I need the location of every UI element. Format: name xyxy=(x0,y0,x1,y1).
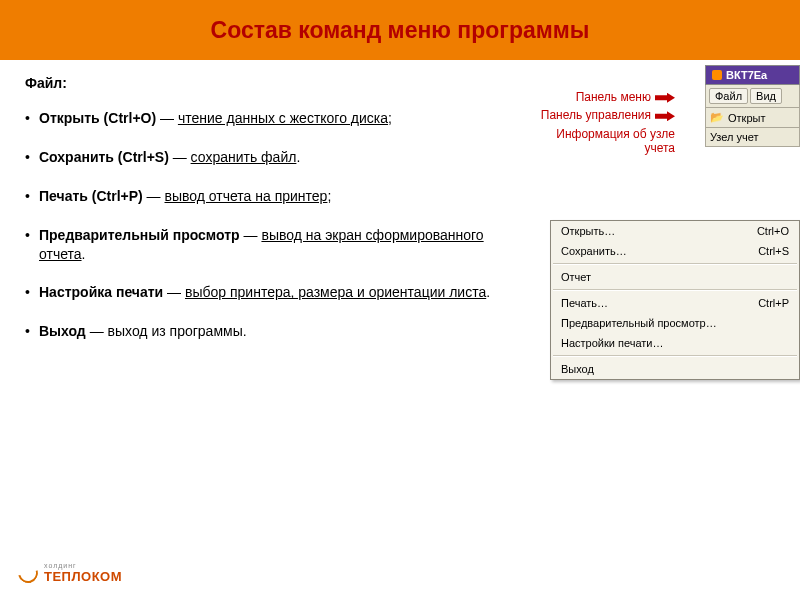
callout-menu-panel: Панель меню xyxy=(535,90,675,104)
item-desc: сохранить файл xyxy=(191,149,297,165)
menu-separator xyxy=(553,355,797,357)
item-desc: выбор принтера, размера и ориентации лис… xyxy=(185,284,486,300)
brand-subtext: холдинг xyxy=(44,562,122,569)
bullet-list: Открыть (Ctrl+O) — чтение данных с жестк… xyxy=(25,109,505,341)
menu-item-open[interactable]: Открыть… Ctrl+O xyxy=(551,221,799,241)
window-titlebar: ВКТ7Еa xyxy=(705,65,800,85)
section-title: Файл: xyxy=(25,75,505,91)
menu-separator xyxy=(553,289,797,291)
menu-item-report[interactable]: Отчет xyxy=(551,267,799,287)
item-name: Печать (Ctrl+P) xyxy=(39,188,143,204)
window-title: ВКТ7Еa xyxy=(726,69,767,81)
brand-swirl-icon xyxy=(14,559,41,586)
item-name: Настройка печати xyxy=(39,284,163,300)
shortcut-label: Ctrl+S xyxy=(758,245,789,257)
item-name: Открыть (Ctrl+O) xyxy=(39,110,156,126)
list-item: Открыть (Ctrl+O) — чтение данных с жестк… xyxy=(25,109,505,128)
menu-view-button[interactable]: Вид xyxy=(750,88,782,104)
menu-item-save[interactable]: Сохранить… Ctrl+S xyxy=(551,241,799,261)
menu-item-exit[interactable]: Выход xyxy=(551,359,799,379)
list-item: Сохранить (Ctrl+S) — сохранить файл. xyxy=(25,148,505,167)
toolbar-open-label: Открыт xyxy=(728,112,765,124)
content-column: Файл: Открыть (Ctrl+O) — чтение данных с… xyxy=(25,75,505,361)
item-desc: выход из программы. xyxy=(108,323,247,339)
arrow-right-icon xyxy=(655,111,675,121)
list-item: Настройка печати — выбор принтера, разме… xyxy=(25,283,505,302)
callout-node-info: Информация об узле учета xyxy=(535,127,675,156)
shortcut-label: Ctrl+P xyxy=(758,297,789,309)
item-name: Выход xyxy=(39,323,86,339)
menu-separator xyxy=(553,263,797,265)
file-dropdown-menu: Открыть… Ctrl+O Сохранить… Ctrl+S Отчет … xyxy=(550,220,800,380)
item-desc: вывод отчета на принтер xyxy=(165,188,328,204)
slide-header: Состав команд меню программы xyxy=(0,0,800,60)
list-item: Предварительный просмотр — вывод на экра… xyxy=(25,226,505,264)
menu-file-button[interactable]: Файл xyxy=(709,88,748,104)
item-name: Сохранить (Ctrl+S) xyxy=(39,149,169,165)
brand-name: ТЕПЛОКОМ xyxy=(44,569,122,584)
callout-labels: Панель меню Панель управления Информация… xyxy=(535,90,675,160)
callout-control-panel: Панель управления xyxy=(535,108,675,122)
footer-brand: холдинг ТЕПЛОКОМ xyxy=(18,562,122,584)
folder-open-icon[interactable]: 📂 xyxy=(710,111,724,124)
toolbar-node-label: Узел учет xyxy=(710,131,759,143)
toolbar-row: 📂 Открыт xyxy=(705,108,800,128)
menu-item-print[interactable]: Печать… Ctrl+P xyxy=(551,293,799,313)
menu-item-print-setup[interactable]: Настройки печати… xyxy=(551,333,799,353)
screenshot-panel: Панель меню Панель управления Информация… xyxy=(535,65,800,370)
list-item: Печать (Ctrl+P) — вывод отчета на принте… xyxy=(25,187,505,206)
list-item: Выход — выход из программы. xyxy=(25,322,505,341)
arrow-right-icon xyxy=(655,93,675,103)
item-desc: чтение данных с жесткого диска xyxy=(178,110,388,126)
menu-bar: Файл Вид xyxy=(705,85,800,108)
toolbar-row: Узел учет xyxy=(705,128,800,147)
item-name: Предварительный просмотр xyxy=(39,227,240,243)
app-logo-icon xyxy=(712,70,722,80)
slide-title: Состав команд меню программы xyxy=(211,17,590,44)
app-window: ВКТ7Еa Файл Вид 📂 Открыт Узел учет xyxy=(705,65,800,147)
shortcut-label: Ctrl+O xyxy=(757,225,789,237)
menu-item-preview[interactable]: Предварительный просмотр… xyxy=(551,313,799,333)
